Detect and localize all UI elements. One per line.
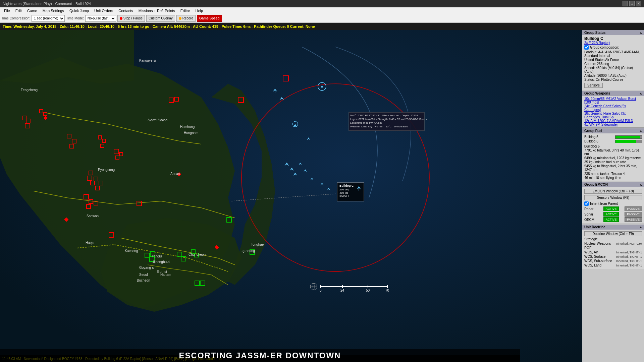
fuel-detail-header: Bulldog 5 — [584, 144, 642, 148]
oecm-passive-button[interactable]: PASSIVE — [625, 217, 642, 222]
fuel-bar-1 — [615, 140, 636, 143]
wcs-air-row: WCS, Air Inherited, TIGHT -1 — [584, 250, 642, 254]
tactical-map[interactable]: Bulldog C 266 deg 480 kts 36000 ft N40°1… — [0, 30, 582, 362]
status-text-panel: Status: On Plotted Course — [584, 78, 642, 81]
loadout-text: Loadout: A/A: AIM-120C-7 AMRAAM, Standar… — [584, 50, 642, 58]
doctrine-window-button[interactable]: Doctrine Window (Ctrl + F9) — [584, 231, 642, 236]
group-emcon-header: Group EMCON ∧ — [582, 182, 644, 187]
time-compression-label: Time Compression: — [1, 16, 30, 20]
svg-text:North Korea: North Korea — [148, 118, 167, 122]
sonar-active-button[interactable]: ACTIVE — [603, 212, 619, 217]
sensors-window-button[interactable]: Sensors Window (F9) — [584, 195, 642, 200]
group-composition-checkbox[interactable] — [584, 45, 589, 50]
custom-overlay-button[interactable]: Custom Overlay — [146, 15, 175, 22]
oecm-active-button[interactable]: ACTIVE — [603, 217, 619, 222]
wcs-surface-value: Inherited, TIGHT -1 — [616, 255, 642, 258]
weapon-link-4[interactable]: 4x AIM-9M Sidewinder — [584, 123, 642, 126]
main-layout: Bulldog C 266 deg 480 kts 36000 ft N40°1… — [0, 30, 644, 362]
group-composition-label: Group composition: — [590, 46, 619, 49]
affiliation-text: United States Air Force — [584, 58, 642, 62]
weapon-link-0[interactable]: 10x 20mm/85 M61A2 Vulcan Burst [100 mds] — [584, 97, 642, 104]
minimize-button[interactable]: — — [623, 1, 628, 6]
fuel-detail-3: 5455 kg to Bingo fuel, 2 hrs 35 min, 124… — [584, 164, 642, 172]
group-weapons-collapse[interactable]: ∧ — [640, 92, 642, 95]
svg-text:Pyongsong: Pyongsong — [98, 168, 115, 172]
emcon-window-button[interactable]: EMCON Window (Ctrl + F9) — [584, 189, 642, 194]
menu-contacts[interactable]: Contacts — [116, 8, 136, 13]
sensor-row-radar: Radar ACTIVE PASSIVE — [584, 206, 642, 211]
radar-passive-button[interactable]: PASSIVE — [625, 206, 642, 211]
inherit-parent-checkbox[interactable] — [584, 201, 589, 206]
wcs-subsurface-label: WCS, Sub-surface — [584, 259, 612, 263]
weapon-link-2[interactable]: 18x Generic Flare Salvo [3x Cartridges, … — [584, 112, 642, 119]
group-status-collapse[interactable]: ∧ — [640, 31, 642, 35]
svg-text:Sariwon: Sariwon — [87, 214, 99, 218]
svg-text:Hamhung: Hamhung — [180, 125, 195, 129]
time-mode-select[interactable]: No-pulse (fast) — [85, 15, 116, 22]
menu-unit-orders[interactable]: Unit Orders — [92, 8, 116, 13]
sonar-passive-button[interactable]: PASSIVE — [625, 212, 642, 217]
sonar-label: Sonar — [584, 213, 598, 216]
unit-doctrine-header: Unit Doctrine ∧ — [582, 225, 644, 230]
wcs-land-value: Inherited, TIGHT -1 — [616, 264, 642, 267]
menu-game[interactable]: Game — [24, 8, 40, 13]
record-indicator — [179, 17, 181, 20]
oecm-label: OECM — [584, 218, 598, 222]
close-button[interactable]: ✕ — [636, 1, 641, 6]
menu-edit[interactable]: Edit — [13, 8, 24, 13]
group-weapons-section: Group Weapons ∧ 10x 20mm/85 M61A2 Vulcan… — [582, 91, 644, 128]
maximize-button[interactable]: □ — [629, 1, 635, 6]
group-fuel-header: Group Fuel ∧ — [582, 128, 644, 133]
svg-text:70: 70 — [385, 289, 389, 292]
fuel-bar-0 — [615, 136, 640, 138]
fuel-unit-1: Bulldog 6 — [584, 139, 598, 143]
fuel-detail-4: 238 nm to tanker: Texaco 4 — [584, 172, 642, 176]
menu-help[interactable]: Help — [193, 8, 206, 13]
group-fuel-collapse[interactable]: ∧ — [640, 129, 642, 133]
sensors-button[interactable]: Sensors — [584, 83, 603, 88]
group-status-label: Group Status — [584, 31, 605, 35]
time-compression-select[interactable]: 1 sec (real-time) — [32, 15, 65, 22]
menu-missions[interactable]: Missions + Ref. Points — [136, 8, 178, 13]
group-fuel-section: Group Fuel ∧ Bulldog 5 Bulldog 6 Bulldog… — [582, 128, 644, 181]
menu-quick-jump[interactable]: Quick Jump — [67, 8, 92, 13]
svg-text:Uijeongbu-si: Uijeongbu-si — [152, 260, 170, 264]
unit-doctrine-collapse[interactable]: ∧ — [640, 225, 642, 229]
group-status-content: Bulldog C 2x F-22A Raptor) Group composi… — [582, 35, 644, 90]
wcs-surface-row: WCS, Surface Inherited, TIGHT -1 — [584, 255, 642, 258]
stop-pause-button[interactable]: Stop / Pause — [117, 15, 145, 22]
svg-text:Goyang-si: Goyang-si — [139, 266, 155, 269]
group-weapons-content: 10x 20mm/85 M61A2 Vulcan Burst [100 mds]… — [582, 96, 644, 127]
svg-text:Kaesong: Kaesong — [125, 249, 138, 253]
group-composition-row: Group composition: — [584, 45, 642, 50]
unit-composition-link[interactable]: 2x F-22A Raptor) — [584, 41, 642, 45]
svg-text:-g-neung: -g-neung — [241, 249, 255, 253]
svg-text:266 deg: 266 deg — [339, 188, 349, 191]
map-area[interactable]: Bulldog C 266 deg 480 kts 36000 ft N40°1… — [0, 30, 582, 362]
group-emcon-collapse[interactable]: ∧ — [640, 183, 642, 186]
radar-active-button[interactable]: ACTIVE — [603, 206, 619, 211]
unit-doctrine-section: Unit Doctrine ∧ Doctrine Window (Ctrl + … — [582, 225, 644, 269]
svg-text:Weather Clear sky - No rain - : Weather Clear sky - No rain - 15°C - Win… — [350, 125, 408, 128]
time-mode-label: Time Mode: — [66, 16, 84, 20]
menu-map-settings[interactable]: Map Settings — [40, 8, 67, 13]
weapon-link-1[interactable]: 24x Generic Chaff Salvo [5x Cartridges] — [584, 104, 642, 112]
svg-text:Fengcheng: Fengcheng — [21, 88, 38, 92]
game-speed-button[interactable]: Game Speed — [197, 15, 222, 22]
fuel-row-0: Bulldog 5 — [584, 135, 642, 139]
wcs-subsurface-row: WCS, Sub-surface Inherited, TIGHT -1 — [584, 259, 642, 263]
fuel-row-1: Bulldog 6 — [584, 139, 642, 143]
sensor-row-sonar: Sonar ACTIVE PASSIVE — [584, 212, 642, 217]
menu-file[interactable]: File — [1, 8, 13, 13]
sensor-row-oecm: OECM ACTIVE PASSIVE — [584, 217, 642, 222]
nuclear-weapons-row: Nuclear Weapons Inherited, NOT GR/ — [584, 242, 642, 245]
menu-editor[interactable]: Editor — [178, 8, 193, 13]
window-controls[interactable]: — □ ✕ — [623, 1, 641, 6]
group-fuel-content: Bulldog 5 Bulldog 6 Bulldog 5 7701 kg to… — [582, 133, 644, 181]
svg-text:Seoul: Seoul — [139, 273, 148, 277]
weapon-link-3[interactable]: 12x AIM-120C-7 AMRAAM P3I.3 — [584, 119, 642, 123]
svg-text:Tonghae: Tonghae — [251, 243, 264, 246]
nuclear-weapons-label: Nuclear Weapons — [584, 242, 611, 245]
record-button[interactable]: Record — [176, 15, 196, 22]
group-emcon-label: Group EMCON — [584, 183, 608, 186]
